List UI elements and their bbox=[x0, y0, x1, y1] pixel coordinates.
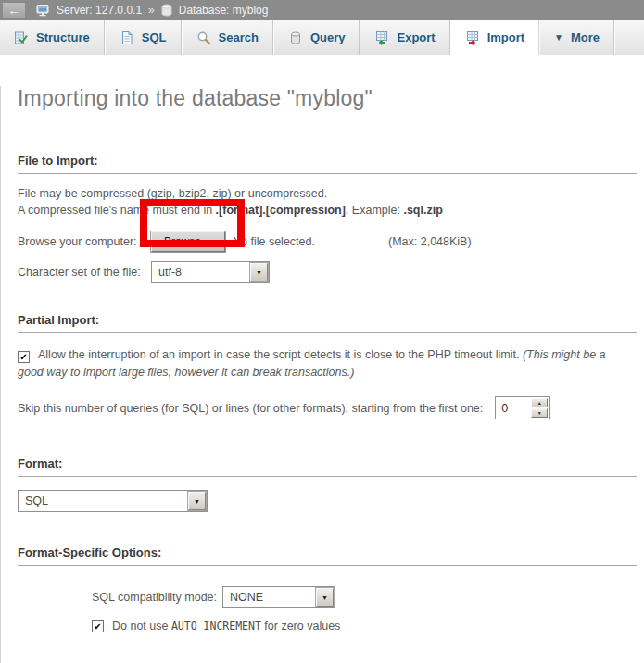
sql-compat-row: SQL compatibility mode: NONE ▼ bbox=[92, 586, 638, 608]
import-icon bbox=[465, 31, 480, 45]
export-icon bbox=[374, 31, 389, 45]
tabbar-filler bbox=[614, 20, 644, 55]
back-arrow-icon: ← bbox=[8, 4, 20, 18]
filename-note: A compressed file's name must end in .[f… bbox=[18, 202, 638, 219]
spin-down-button[interactable]: ▼ bbox=[531, 408, 548, 418]
charset-selected-value: utf-8 bbox=[152, 266, 249, 279]
sql-icon bbox=[120, 31, 134, 45]
tab-more[interactable]: ▼ More bbox=[539, 20, 614, 55]
back-button[interactable]: ← bbox=[2, 2, 26, 19]
chevron-down-icon: ▼ bbox=[554, 32, 563, 43]
format-options-section-heading: Format-Specific Options: bbox=[18, 544, 637, 566]
breadcrumb-database-link[interactable]: Database: myblog bbox=[179, 4, 269, 17]
partial-import-section-heading: Partial Import: bbox=[18, 311, 637, 333]
import-page: Importing into the database "myblog" Fil… bbox=[0, 86, 644, 663]
auto-increment-row: ✔ Do not use AUTO_INCREMENT for zero val… bbox=[92, 619, 638, 632]
tab-import[interactable]: Import bbox=[450, 20, 539, 55]
format-select[interactable]: SQL ▼ bbox=[18, 490, 208, 512]
tab-export[interactable]: Export bbox=[360, 20, 449, 55]
breadcrumb-bar: ← Server: 127.0.0.1 » Database: myblog bbox=[0, 0, 644, 20]
tab-label: Query bbox=[310, 31, 346, 44]
tab-query[interactable]: Query bbox=[273, 20, 360, 55]
charset-label: Character set of the file: bbox=[18, 266, 151, 279]
format-selected-value: SQL bbox=[19, 494, 187, 507]
no-file-text: No file selected. bbox=[233, 235, 315, 248]
chevron-down-icon: ▼ bbox=[316, 588, 334, 607]
auto-increment-label: Do not use AUTO_INCREMENT for zero value… bbox=[112, 619, 340, 632]
allow-interruption-row: ✔Allow the interruption of an import in … bbox=[18, 346, 633, 382]
sql-compat-label: SQL compatibility mode: bbox=[92, 591, 217, 604]
sql-compat-select[interactable]: NONE ▼ bbox=[222, 586, 335, 608]
skip-queries-label: Skip this number of queries (for SQL) or… bbox=[18, 402, 483, 415]
browse-button[interactable]: Browse… bbox=[151, 231, 225, 252]
tab-search[interactable]: Search bbox=[182, 20, 273, 55]
browse-row: Browse your computer: Browse… No file se… bbox=[18, 231, 638, 252]
file-import-notes: File may be compressed (gzip, bzip2, zip… bbox=[18, 185, 638, 219]
breadcrumb-server-link[interactable]: Server: 127.0.0.1 bbox=[57, 4, 142, 17]
tab-label: Import bbox=[487, 31, 524, 44]
tab-sql[interactable]: SQL bbox=[105, 20, 182, 55]
charset-select[interactable]: utf-8 ▼ bbox=[151, 261, 270, 283]
browse-label: Browse your computer: bbox=[18, 235, 151, 248]
tab-label: Search bbox=[219, 31, 259, 44]
format-row: SQL ▼ bbox=[18, 490, 638, 512]
breadcrumb-separator: » bbox=[148, 4, 155, 17]
skip-queries-row: Skip this number of queries (for SQL) or… bbox=[18, 396, 638, 419]
number-spinner: ▲ ▼ bbox=[531, 398, 548, 418]
tab-label: SQL bbox=[142, 31, 167, 44]
compression-note: File may be compressed (gzip, bzip2, zip… bbox=[18, 185, 638, 202]
allow-interruption-label: Allow the interruption of an import in c… bbox=[38, 348, 523, 361]
tab-label: Export bbox=[397, 31, 435, 44]
charset-row: Character set of the file: utf-8 ▼ bbox=[18, 261, 638, 283]
format-section-heading: Format: bbox=[18, 455, 637, 477]
database-icon bbox=[161, 4, 172, 17]
file-import-section-heading: File to Import: bbox=[18, 152, 637, 174]
max-size-text: (Max: 2,048KiB) bbox=[388, 235, 472, 248]
allow-interruption-checkbox[interactable]: ✔ bbox=[18, 351, 30, 363]
structure-icon bbox=[14, 31, 29, 45]
query-icon bbox=[288, 31, 303, 45]
spin-up-button[interactable]: ▲ bbox=[531, 398, 548, 407]
server-icon bbox=[36, 4, 50, 17]
auto-increment-checkbox[interactable]: ✔ bbox=[92, 620, 104, 632]
tab-structure[interactable]: Structure bbox=[0, 20, 105, 55]
tab-label: More bbox=[571, 31, 600, 44]
search-icon bbox=[196, 31, 211, 45]
chevron-down-icon: ▼ bbox=[188, 492, 206, 510]
page-title: Importing into the database "myblog" bbox=[18, 86, 638, 111]
tab-label: Structure bbox=[36, 31, 90, 44]
skip-queries-input[interactable]: 0 ▲ ▼ bbox=[495, 396, 550, 419]
sql-compat-selected-value: NONE bbox=[223, 591, 315, 604]
skip-queries-value: 0 bbox=[496, 402, 531, 415]
chevron-down-icon: ▼ bbox=[250, 263, 268, 281]
tab-bar: Structure SQL Search Query bbox=[0, 20, 644, 55]
